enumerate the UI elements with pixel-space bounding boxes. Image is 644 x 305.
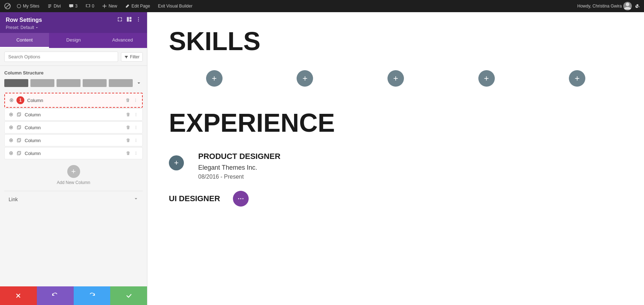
column-settings-icon[interactable] bbox=[8, 150, 14, 156]
column-label: Column bbox=[25, 138, 122, 143]
panel-body: Column Structure bbox=[0, 66, 147, 286]
user-info: Howdy, Christina Gwira bbox=[577, 2, 640, 10]
column-more-icon[interactable] bbox=[133, 112, 139, 117]
column-more-icon[interactable] bbox=[133, 125, 139, 130]
col-structure-more-icon[interactable] bbox=[135, 79, 143, 87]
column-label: Column bbox=[27, 98, 122, 103]
my-sites-menu[interactable]: My Sites bbox=[14, 0, 42, 12]
column-row: Column bbox=[4, 121, 143, 134]
divi-module-bubble[interactable] bbox=[233, 191, 249, 207]
tab-content[interactable]: Content bbox=[0, 33, 49, 48]
add-module-experience-button[interactable]: + bbox=[169, 155, 184, 170]
search-icon[interactable] bbox=[633, 3, 640, 9]
tab-advanced[interactable]: Advanced bbox=[98, 33, 147, 48]
svg-point-13 bbox=[136, 114, 136, 115]
comments-menu[interactable]: 3 bbox=[66, 0, 80, 12]
cancel-button[interactable] bbox=[0, 286, 37, 305]
svg-rect-26 bbox=[18, 151, 21, 154]
panel-title: Row Settings bbox=[6, 17, 42, 23]
job1-role: PRODUCT DESIGNER bbox=[198, 152, 280, 161]
column-delete-icon[interactable] bbox=[125, 150, 131, 156]
link-label: Link bbox=[9, 197, 18, 202]
column-duplicate-icon[interactable] bbox=[16, 125, 22, 130]
svg-rect-10 bbox=[17, 113, 20, 116]
svg-rect-21 bbox=[18, 138, 21, 141]
col-option-3[interactable] bbox=[57, 79, 80, 87]
column-more-icon[interactable] bbox=[133, 97, 138, 103]
panel-header-icons bbox=[117, 16, 141, 24]
column-delete-icon[interactable] bbox=[125, 97, 131, 103]
column-row: Column bbox=[4, 108, 143, 121]
column-structure-title: Column Structure bbox=[4, 70, 143, 76]
save-button[interactable] bbox=[110, 286, 147, 305]
add-module-button-5[interactable]: + bbox=[569, 70, 585, 87]
edit-page-button[interactable]: Edit Page bbox=[122, 0, 153, 12]
column-row: Column bbox=[4, 134, 143, 146]
svg-point-32 bbox=[243, 198, 244, 199]
column-delete-icon[interactable] bbox=[125, 137, 131, 143]
svg-point-14 bbox=[136, 116, 136, 116]
layout-icon[interactable] bbox=[126, 16, 132, 24]
add-new-column-button[interactable]: + bbox=[67, 165, 80, 178]
redo-button[interactable] bbox=[74, 286, 111, 305]
column-duplicate-icon[interactable] bbox=[16, 137, 22, 143]
messages-menu[interactable]: 0 bbox=[83, 0, 97, 12]
add-module-button-3[interactable]: + bbox=[387, 70, 404, 87]
column-duplicate-icon[interactable] bbox=[16, 112, 22, 117]
svg-point-6 bbox=[138, 21, 139, 21]
col-row-icons bbox=[8, 137, 22, 143]
svg-point-29 bbox=[136, 154, 136, 155]
column-settings-icon[interactable] bbox=[8, 137, 14, 143]
column-delete-icon[interactable] bbox=[125, 112, 131, 117]
wordpress-logo-icon[interactable] bbox=[4, 2, 11, 10]
column-more-icon[interactable] bbox=[133, 137, 139, 143]
col-row-icons bbox=[8, 150, 22, 156]
more-options-icon[interactable] bbox=[136, 16, 141, 24]
svg-point-27 bbox=[136, 152, 136, 152]
resize-icon[interactable] bbox=[117, 16, 123, 24]
col-row-icons bbox=[8, 112, 22, 117]
svg-rect-16 bbox=[18, 125, 21, 128]
svg-point-28 bbox=[136, 153, 136, 154]
col-option-1[interactable] bbox=[4, 79, 28, 87]
divi-menu[interactable]: Divi bbox=[44, 0, 64, 12]
chevron-down-icon bbox=[133, 196, 138, 203]
col-option-2[interactable] bbox=[30, 79, 54, 87]
svg-point-31 bbox=[240, 198, 241, 199]
column-settings-icon[interactable] bbox=[9, 97, 14, 103]
col-option-4[interactable] bbox=[83, 79, 107, 87]
column-more-icon[interactable] bbox=[133, 150, 139, 156]
column-duplicate-icon[interactable] bbox=[16, 150, 22, 156]
job1-details: PRODUCT DESIGNER Elegant Themes Inc. 08/… bbox=[198, 152, 280, 180]
col-row-icons: 1 bbox=[9, 96, 24, 104]
exit-visual-builder-button[interactable]: Exit Visual Builder bbox=[155, 0, 195, 12]
add-module-button-2[interactable]: + bbox=[297, 70, 313, 87]
add-module-button-4[interactable]: + bbox=[478, 70, 495, 87]
svg-point-30 bbox=[238, 198, 239, 199]
filter-button[interactable]: Filter bbox=[121, 52, 143, 62]
column-delete-icon[interactable] bbox=[125, 125, 131, 130]
column-badge: 1 bbox=[16, 96, 24, 104]
col-option-5[interactable] bbox=[109, 79, 133, 87]
column-settings-icon[interactable] bbox=[8, 112, 14, 117]
svg-point-24 bbox=[136, 141, 136, 142]
column-structure-section: Column Structure bbox=[4, 70, 143, 87]
svg-point-4 bbox=[138, 17, 139, 18]
svg-point-18 bbox=[136, 127, 136, 128]
svg-point-19 bbox=[136, 129, 136, 129]
add-module-button-1[interactable]: + bbox=[206, 70, 223, 87]
svg-rect-1 bbox=[127, 17, 129, 22]
col-actions bbox=[125, 97, 138, 103]
link-section[interactable]: Link bbox=[4, 191, 143, 208]
new-content-menu[interactable]: New bbox=[99, 0, 120, 12]
preset-label[interactable]: Preset: Default bbox=[6, 25, 141, 30]
svg-rect-11 bbox=[18, 112, 21, 115]
undo-button[interactable] bbox=[37, 286, 74, 305]
search-input-wrap bbox=[4, 52, 118, 62]
search-options-input[interactable] bbox=[4, 52, 118, 62]
panel-header: Row Settings Preset: Default bbox=[0, 12, 147, 33]
column-row: 1 Column bbox=[4, 93, 143, 108]
column-settings-icon[interactable] bbox=[8, 125, 14, 130]
add-column-label: Add New Column bbox=[57, 180, 90, 185]
tab-design[interactable]: Design bbox=[49, 33, 98, 48]
